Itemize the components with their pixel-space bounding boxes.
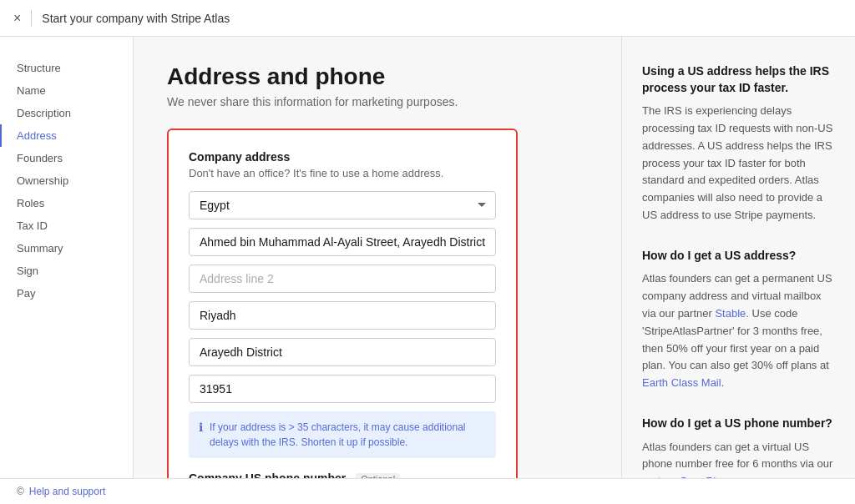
divider (31, 10, 32, 27)
sidebar-item-founders[interactable]: Founders (0, 147, 133, 169)
address-line2-group (189, 265, 496, 293)
bottom-bar: © Help and support (0, 478, 855, 504)
district-group (189, 338, 496, 366)
tip-get-us-address-body: Atlas founders can get a permanent US co… (642, 270, 835, 392)
sidebar: Structure Name Description Address Found… (0, 37, 134, 478)
info-icon: ℹ (199, 421, 203, 434)
app-title: Start your company with Stripe Atlas (42, 12, 230, 25)
sidebar-item-name[interactable]: Name (0, 79, 133, 102)
city-input[interactable] (189, 301, 496, 330)
postal-code-input[interactable] (189, 375, 496, 403)
sidebar-item-tax-id[interactable]: Tax ID (0, 214, 133, 237)
help-icon: © (17, 486, 24, 497)
right-panel: Using a US address helps the IRS process… (621, 37, 855, 478)
top-bar: × Start your company with Stripe Atlas (0, 0, 855, 37)
address-line2-input[interactable] (189, 265, 496, 293)
postal-code-group (189, 375, 496, 403)
district-input[interactable] (189, 338, 496, 366)
sidebar-item-roles[interactable]: Roles (0, 192, 133, 214)
tip-us-address-title: Using a US address helps the IRS process… (642, 63, 835, 96)
phone-section: Company US phone number Optional Don't h… (189, 471, 496, 478)
city-group (189, 301, 496, 330)
page-subtitle: We never share this information for mark… (167, 95, 588, 108)
help-label[interactable]: Help and support (29, 486, 105, 497)
main-layout: Structure Name Description Address Found… (0, 37, 855, 478)
company-address-sublabel: Don't have an office? It's fine to use a… (189, 167, 496, 179)
sidebar-item-pay[interactable]: Pay (0, 282, 133, 305)
close-button[interactable]: × (13, 11, 21, 26)
content-area: Address and phone We never share this in… (134, 37, 621, 478)
sidebar-item-address[interactable]: Address (0, 124, 133, 147)
phone-label-row: Company US phone number Optional (189, 471, 496, 478)
sidebar-item-ownership[interactable]: Ownership (0, 169, 133, 192)
address-line1-input[interactable] (189, 228, 496, 256)
country-group: Egypt United States United Kingdom Germa… (189, 191, 496, 219)
tip-us-address: Using a US address helps the IRS process… (642, 63, 835, 224)
sidebar-item-structure[interactable]: Structure (0, 57, 133, 79)
address-info-text: If your address is > 35 characters, it m… (210, 420, 486, 450)
phone-label: Company US phone number (189, 471, 346, 478)
country-select[interactable]: Egypt United States United Kingdom Germa… (189, 191, 496, 219)
tip-us-address-body: The IRS is experiencing delays processin… (642, 103, 835, 224)
tip-get-us-phone: How do I get a US phone number? Atlas fo… (642, 416, 835, 478)
tip-get-us-address: How do I get a US address? Atlas founder… (642, 248, 835, 392)
address-line1-group (189, 228, 496, 256)
sidebar-item-description[interactable]: Description (0, 102, 133, 124)
tip-get-us-address-title: How do I get a US address? (642, 248, 835, 265)
earth-class-mail-link[interactable]: Earth Class Mail (642, 376, 721, 389)
company-address-label: Company address (189, 150, 496, 164)
stable-link[interactable]: Stable (715, 307, 746, 320)
sidebar-item-sign[interactable]: Sign (0, 260, 133, 282)
company-address-section: Company address Don't have an office? It… (189, 150, 496, 458)
address-info-box: ℹ If your address is > 35 characters, it… (189, 411, 496, 458)
page-title: Address and phone (167, 63, 588, 90)
form-card: Company address Don't have an office? It… (167, 129, 518, 478)
sidebar-item-summary[interactable]: Summary (0, 237, 133, 260)
tip-get-us-phone-title: How do I get a US phone number? (642, 416, 835, 432)
tip-get-us-phone-body: Atlas founders can get a virtual US phon… (642, 439, 835, 478)
